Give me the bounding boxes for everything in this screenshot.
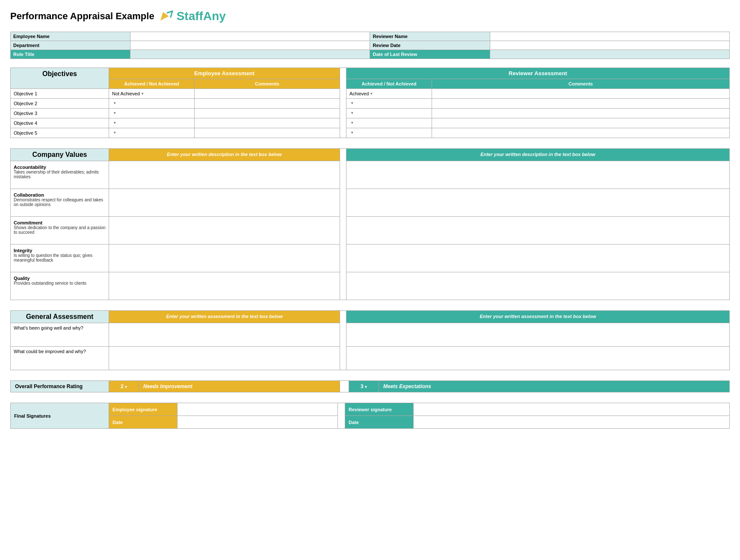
employee-rating-num[interactable]: 2 ▾ xyxy=(109,381,139,392)
obj-rev-dropdown-arrow-3[interactable]: ▾ xyxy=(351,121,353,125)
obj-rev-achieved-0[interactable]: Achieved ▾ xyxy=(346,89,432,99)
cv-desc-2: Shows dedication to the company and a pa… xyxy=(14,225,106,235)
gap-cell5 xyxy=(338,403,345,429)
cv-rev-hint: Enter your written description in the te… xyxy=(346,149,730,161)
reviewer-name-label: Reviewer Name xyxy=(370,32,490,41)
cv-name-1: Collaboration xyxy=(14,192,106,197)
cv-rev-input-4[interactable] xyxy=(346,272,730,300)
cv-gap-0 xyxy=(340,161,346,189)
ga-rev-input-0[interactable] xyxy=(346,323,730,347)
obj-emp-achieved-3[interactable]: ▾ xyxy=(109,118,195,128)
cv-label-0: Accountability Takes ownership of their … xyxy=(11,161,109,189)
obj-rev-dropdown-arrow-2[interactable]: ▾ xyxy=(351,111,353,115)
obj-emp-achieved-0[interactable]: Not Achieved ▾ xyxy=(109,89,195,99)
cv-emp-input-4[interactable] xyxy=(109,272,340,300)
obj-emp-comments-4[interactable] xyxy=(195,128,340,138)
overall-rating-label: Overall Performance Rating xyxy=(11,381,109,392)
obj-rev-comments-0[interactable] xyxy=(432,89,730,99)
objectives-row-1: Objective 2 ▾ ▾ xyxy=(11,99,730,109)
obj-emp-comments-0[interactable] xyxy=(195,89,340,99)
obj-gap-4 xyxy=(340,128,346,138)
reviewer-rating-num[interactable]: 3 ▾ xyxy=(349,381,379,392)
cv-emp-input-1[interactable] xyxy=(109,189,340,217)
obj-rev-dropdown-arrow-1[interactable]: ▾ xyxy=(351,101,353,105)
obj-emp-dropdown-arrow-2[interactable]: ▾ xyxy=(114,111,116,115)
cv-rev-input-2[interactable] xyxy=(346,217,730,245)
obj-rev-achieved-3[interactable]: ▾ xyxy=(346,118,432,128)
cv-rev-input-0[interactable] xyxy=(346,161,730,189)
obj-rev-comments-1[interactable] xyxy=(432,99,730,109)
cv-rev-input-1[interactable] xyxy=(346,189,730,217)
ga-row-1: What could be improved and why? xyxy=(11,347,730,370)
cv-row-0: Accountability Takes ownership of their … xyxy=(11,161,730,189)
cv-gap-1 xyxy=(340,189,346,217)
obj-label-4: Objective 5 xyxy=(11,128,109,138)
obj-gap-3 xyxy=(340,118,346,128)
obj-emp-dropdown-arrow-3[interactable]: ▾ xyxy=(114,121,116,125)
obj-rev-achieved-header: Achieved / Not Achieved xyxy=(346,79,432,89)
obj-rev-comments-3[interactable] xyxy=(432,118,730,128)
ga-emp-input-1[interactable] xyxy=(109,347,340,370)
cv-gap-4 xyxy=(340,272,346,300)
obj-rev-comments-4[interactable] xyxy=(432,128,730,138)
dropdown-arrow-gold[interactable]: ▾ xyxy=(125,385,127,389)
dropdown-arrow-teal[interactable]: ▾ xyxy=(365,385,367,389)
obj-emp-comments-3[interactable] xyxy=(195,118,340,128)
obj-rev-achieved-2[interactable]: ▾ xyxy=(346,109,432,118)
cv-name-2: Commitment xyxy=(14,220,106,225)
gap-cell4 xyxy=(340,381,349,392)
cv-label-2: Commitment Shows dedication to the compa… xyxy=(11,217,109,245)
reviewer-rating-num-text: 3 xyxy=(361,383,364,389)
cv-label-3: Integrity Is willing to question the sta… xyxy=(11,245,109,272)
obj-emp-comments-header: Comments xyxy=(195,79,340,89)
rev-sig-label: Reviewer signature xyxy=(345,403,414,416)
obj-emp-dropdown-arrow-1[interactable]: ▾ xyxy=(114,101,116,105)
cv-rev-input-3[interactable] xyxy=(346,245,730,272)
logo-staff: Staff xyxy=(177,9,203,23)
review-date-value[interactable] xyxy=(490,41,729,50)
gap-cell xyxy=(340,68,346,89)
rev-sig-value[interactable] xyxy=(414,403,730,416)
emp-sig-value[interactable] xyxy=(178,403,338,416)
obj-rev-achieved-1[interactable]: ▾ xyxy=(346,99,432,109)
date-last-review-value[interactable] xyxy=(490,50,729,59)
obj-emp-comments-1[interactable] xyxy=(195,99,340,109)
cv-gap-3 xyxy=(340,245,346,272)
obj-gap-2 xyxy=(340,109,346,118)
overall-rating-section: Overall Performance Rating 2 ▾ Needs Imp… xyxy=(10,380,730,392)
obj-emp-comments-2[interactable] xyxy=(195,109,340,118)
cv-label-4: Quality Provides outstanding service to … xyxy=(11,272,109,300)
role-title-value[interactable] xyxy=(130,50,370,59)
emp-date-value[interactable] xyxy=(178,416,338,429)
cv-desc-3: Is willing to question the status quo; g… xyxy=(14,253,106,262)
cv-row-3: Integrity Is willing to question the sta… xyxy=(11,245,730,272)
cv-emp-input-2[interactable] xyxy=(109,217,340,245)
rev-date-value[interactable] xyxy=(414,416,730,429)
obj-emp-dropdown-arrow-0[interactable]: ▾ xyxy=(142,91,144,96)
objectives-row-3: Objective 4 ▾ ▾ xyxy=(11,118,730,128)
cv-desc-0: Takes ownership of their deliverables; a… xyxy=(14,170,106,179)
cv-gap-2 xyxy=(340,217,346,245)
obj-emp-achieved-header: Achieved / Not Achieved xyxy=(109,79,195,89)
department-value[interactable] xyxy=(130,41,370,50)
cv-label-1: Collaboration Demonstrates respect for c… xyxy=(11,189,109,217)
obj-emp-achieved-2[interactable]: ▾ xyxy=(109,109,195,118)
ga-gap-0 xyxy=(340,323,346,347)
ga-rev-input-1[interactable] xyxy=(346,347,730,370)
objectives-table: Objectives Employee Assessment Reviewer … xyxy=(10,68,730,138)
obj-emp-achieved-value-0: Not Achieved xyxy=(112,91,140,96)
employee-name-value[interactable] xyxy=(130,32,370,41)
ga-emp-hint: Enter your written assessment in the tex… xyxy=(109,311,340,323)
cv-emp-input-3[interactable] xyxy=(109,245,340,272)
obj-emp-dropdown-arrow-4[interactable]: ▾ xyxy=(114,130,116,135)
ga-gap-1 xyxy=(340,347,346,370)
obj-emp-achieved-4[interactable]: ▾ xyxy=(109,128,195,138)
ga-emp-input-0[interactable] xyxy=(109,323,340,347)
obj-rev-comments-2[interactable] xyxy=(432,109,730,118)
obj-emp-achieved-1[interactable]: ▾ xyxy=(109,99,195,109)
obj-rev-dropdown-arrow-4[interactable]: ▾ xyxy=(351,130,353,135)
cv-emp-input-0[interactable] xyxy=(109,161,340,189)
obj-rev-dropdown-arrow-0[interactable]: ▾ xyxy=(370,91,373,96)
reviewer-name-value[interactable] xyxy=(490,32,729,41)
obj-rev-achieved-4[interactable]: ▾ xyxy=(346,128,432,138)
